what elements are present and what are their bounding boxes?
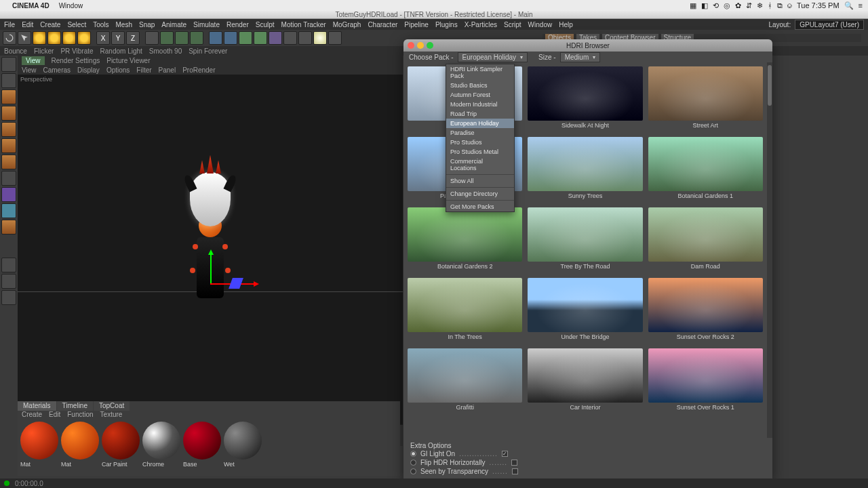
hdri-item[interactable]: Botanical Gardens 2 (408, 207, 522, 272)
mat-create[interactable]: Create (22, 411, 42, 419)
mac-menu-window[interactable]: Window (59, 2, 83, 9)
checkbox[interactable] (512, 468, 518, 474)
hdri-thumbnail[interactable] (648, 207, 763, 262)
menu-mesh[interactable]: Mesh (116, 21, 132, 28)
dropdown-item[interactable]: Get More Packs (446, 202, 514, 211)
hdri-thumbnail[interactable] (648, 348, 763, 403)
vm-options[interactable]: Options (106, 66, 130, 74)
close-icon[interactable] (408, 42, 414, 49)
hdri-item[interactable]: Grafitti (408, 348, 522, 413)
menubar-icon[interactable]: ✿ (735, 1, 741, 10)
hdri-item[interactable]: Sunset Over Rocks 2 (648, 278, 763, 343)
vm-cameras[interactable]: Cameras (43, 66, 71, 74)
undo-icon[interactable] (3, 31, 16, 45)
preset-btn[interactable]: Flicker (34, 47, 54, 55)
mode-icon[interactable] (1, 220, 16, 235)
preset-btn[interactable]: Bounce (4, 47, 27, 55)
pack-dropdown-menu[interactable]: HDRI Link Sampler PackStudio BasicsAutum… (446, 64, 515, 212)
dropdown-item[interactable]: Commercial Locations (446, 157, 514, 173)
tab-timeline[interactable]: Timeline (57, 401, 93, 411)
mat-texture[interactable]: Texture (100, 411, 123, 419)
dropdown-item[interactable]: Modern Industrial (446, 100, 514, 109)
material-preview-icon[interactable] (20, 422, 58, 460)
tool-icon[interactable] (77, 31, 91, 45)
radio-icon[interactable] (410, 451, 416, 457)
hdri-thumbnail[interactable] (408, 278, 522, 332)
hdri-item[interactable]: Sidewalk At Night (528, 66, 642, 131)
hdri-thumbnail[interactable] (648, 66, 763, 121)
dropdown-item[interactable]: European Holiday (446, 119, 514, 128)
scrollbar[interactable] (767, 62, 772, 438)
hdri-thumbnail[interactable] (528, 66, 642, 121)
menu-character[interactable]: Character (368, 21, 397, 28)
hdri-thumbnail[interactable] (528, 207, 642, 262)
cursor-icon[interactable] (18, 31, 31, 45)
dropdown-item[interactable]: Studio Basics (446, 81, 514, 90)
menu-icon[interactable]: ≡ (859, 1, 863, 9)
menu-help[interactable]: Help (559, 21, 573, 28)
edge-mode-icon[interactable] (1, 122, 16, 137)
z-axis-icon[interactable]: Z (126, 31, 140, 45)
menu-sculpt[interactable]: Sculpt (256, 21, 275, 28)
mat-function[interactable]: Function (67, 411, 93, 419)
material-preview-icon[interactable] (102, 422, 140, 460)
object-mode-icon[interactable] (1, 57, 16, 72)
scale-icon[interactable] (47, 31, 61, 45)
hdri-thumbnail[interactable] (648, 278, 763, 332)
generator-icon[interactable] (239, 31, 252, 45)
menu-plugins[interactable]: Plugins (435, 21, 458, 28)
menu-edit[interactable]: Edit (22, 21, 33, 28)
radio-icon[interactable] (410, 460, 416, 466)
tab-render-settings[interactable]: Render Settings (52, 57, 100, 64)
preset-btn[interactable]: PR Vibrate (60, 47, 93, 55)
radio-icon[interactable] (410, 468, 416, 474)
mode-icon[interactable] (1, 171, 16, 186)
tool-icon[interactable] (145, 31, 159, 45)
render-region-icon[interactable] (175, 31, 189, 45)
hdri-item[interactable]: Car Interior (528, 348, 642, 413)
vm-prorender[interactable]: ProRender (182, 66, 215, 74)
hdri-thumbnail[interactable] (408, 348, 522, 403)
hdri-item[interactable]: Tree By The Road (528, 207, 642, 272)
rotate-icon[interactable] (62, 31, 76, 45)
tab-picture-viewer[interactable]: Picture Viewer (106, 57, 150, 64)
menu-create[interactable]: Create (40, 21, 60, 28)
menubar-icon[interactable]: ❄ (757, 1, 763, 10)
vm-panel[interactable]: Panel (159, 66, 176, 74)
hdri-thumbnail[interactable] (408, 207, 522, 262)
menubar-icon[interactable]: ◎ (724, 1, 730, 10)
tag-icon[interactable] (328, 31, 342, 45)
menu-mograph[interactable]: MoGraph (333, 21, 361, 28)
y-axis-icon[interactable]: Y (111, 31, 125, 45)
viewport-icon[interactable] (1, 274, 16, 289)
menubar-icon[interactable]: ⟲ (713, 1, 719, 10)
mac-app-name[interactable]: CINEMA 4D (12, 2, 50, 9)
dropdown-item[interactable]: HDRI Link Sampler Pack (446, 64, 514, 81)
menu-select[interactable]: Select (67, 21, 86, 28)
menu-window[interactable]: Window (528, 21, 553, 28)
spline-icon[interactable] (224, 31, 237, 45)
dropdown-item[interactable]: Road Trip (446, 109, 514, 119)
menu-animate[interactable]: Animate (161, 21, 186, 28)
checkbox[interactable] (502, 451, 508, 457)
hdri-item[interactable]: Dam Road (648, 207, 763, 272)
camera-icon[interactable] (283, 31, 297, 45)
vm-filter[interactable]: Filter (136, 66, 151, 74)
environment-icon[interactable] (269, 31, 282, 45)
menubar-icon[interactable]: ▦ (690, 1, 696, 10)
poly-mode-icon[interactable] (1, 138, 16, 153)
render-icon[interactable] (160, 31, 174, 45)
material-item[interactable]: Mat (20, 422, 58, 468)
mat-edit[interactable]: Edit (49, 411, 60, 419)
battery-icon[interactable]: ⎉ (787, 1, 792, 9)
material-item[interactable]: Chrome (142, 422, 180, 468)
tab-view[interactable]: View (22, 56, 45, 65)
point-mode-icon[interactable] (1, 106, 16, 121)
menu-file[interactable]: File (4, 21, 15, 28)
menu-script[interactable]: Script (504, 21, 521, 28)
material-preview-icon[interactable] (183, 422, 221, 460)
material-preview-icon[interactable] (142, 422, 180, 460)
vm-display[interactable]: Display (77, 66, 100, 74)
menu-motiontracker[interactable]: Motion Tracker (281, 21, 326, 28)
material-preview-icon[interactable] (224, 422, 262, 460)
